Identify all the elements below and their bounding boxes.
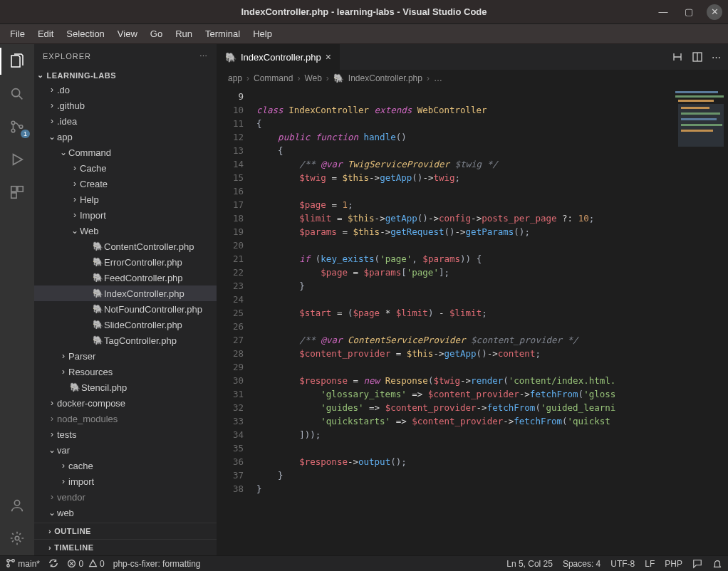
chevron-right-icon: › bbox=[58, 476, 68, 486]
menu-edit[interactable]: Edit bbox=[32, 26, 59, 41]
feedback-icon[interactable] bbox=[692, 559, 702, 569]
svg-point-7 bbox=[14, 501, 19, 505]
git-branch[interactable]: main* bbox=[6, 558, 40, 569]
tree-item[interactable]: ›Resources bbox=[34, 364, 217, 379]
source-control-icon[interactable]: 1 bbox=[7, 117, 27, 137]
menu-help[interactable]: Help bbox=[247, 26, 278, 41]
tree-item[interactable]: 🐘ErrorController.php bbox=[34, 254, 217, 270]
tree-item-label: app bbox=[57, 132, 73, 142]
sync-icon[interactable] bbox=[48, 558, 58, 569]
chevron-down-icon: ⌄ bbox=[47, 132, 57, 142]
chevron-right-icon: › bbox=[47, 116, 57, 126]
chevron-down-icon: ⌄ bbox=[58, 147, 68, 157]
tree-item-label: ContentController.php bbox=[104, 241, 194, 252]
php-file-icon: 🐘 bbox=[91, 288, 104, 298]
cursor-position[interactable]: Ln 5, Col 25 bbox=[506, 559, 553, 569]
maximize-button[interactable]: ▢ bbox=[681, 4, 697, 20]
tree-item[interactable]: ›Import bbox=[34, 207, 217, 223]
sidebar-more-icon[interactable]: ⋯ bbox=[199, 52, 208, 61]
tab-indexcontroller[interactable]: 🐘 IndexController.php × bbox=[217, 44, 340, 70]
notifications-icon[interactable] bbox=[712, 559, 722, 569]
tree-item[interactable]: ⌄var bbox=[34, 442, 217, 458]
formatter-status[interactable]: php-cs-fixer: formatting bbox=[113, 559, 201, 569]
breadcrumb-item[interactable]: app bbox=[228, 73, 242, 83]
tree-item-label: .idea bbox=[57, 116, 77, 127]
menu-file[interactable]: File bbox=[4, 26, 31, 41]
tree-item[interactable]: ›docker-compose bbox=[34, 395, 217, 411]
explorer-icon[interactable] bbox=[7, 51, 27, 71]
tree-item[interactable]: ⌄Command bbox=[34, 145, 217, 160]
tree-item[interactable]: ›Parser bbox=[34, 348, 217, 364]
chevron-right-icon: › bbox=[70, 210, 80, 220]
tree-item[interactable]: 🐘NotFoundController.php bbox=[34, 301, 217, 317]
svg-point-2 bbox=[11, 129, 15, 132]
menu-terminal[interactable]: Terminal bbox=[199, 26, 246, 41]
php-file-icon: 🐘 bbox=[333, 73, 344, 83]
chevron-right-icon: › bbox=[70, 179, 80, 189]
tree-item[interactable]: ›.github bbox=[34, 98, 217, 113]
minimap[interactable] bbox=[671, 87, 728, 555]
minimize-button[interactable]: — bbox=[655, 4, 671, 20]
eol[interactable]: LF bbox=[645, 559, 655, 569]
tree-item[interactable]: ›.idea bbox=[34, 113, 217, 129]
tree-item[interactable]: 🐘TagController.php bbox=[34, 332, 217, 348]
tree-item[interactable]: ⌄app bbox=[34, 129, 217, 145]
menu-go[interactable]: Go bbox=[145, 26, 168, 41]
sidebar-title: EXPLORER bbox=[43, 52, 91, 61]
code-editor[interactable]: class IndexController extends WebControl… bbox=[256, 87, 671, 555]
php-file-icon: 🐘 bbox=[91, 320, 104, 330]
outline-section[interactable]: › OUTLINE bbox=[34, 523, 217, 539]
indentation[interactable]: Spaces: 4 bbox=[563, 559, 600, 569]
php-file-icon: 🐘 bbox=[91, 241, 104, 251]
split-editor-icon[interactable] bbox=[692, 51, 703, 63]
accounts-icon[interactable] bbox=[7, 496, 27, 515]
language-mode[interactable]: PHP bbox=[665, 559, 682, 569]
tree-item[interactable]: 🐘FeedController.php bbox=[34, 270, 217, 286]
breadcrumb-item[interactable]: Web bbox=[304, 73, 321, 83]
sidebar-section-root[interactable]: ⌄ LEARNING-LABS bbox=[34, 68, 217, 82]
menu-view[interactable]: View bbox=[112, 26, 143, 41]
breadcrumb-item[interactable]: Command bbox=[254, 73, 293, 83]
breadcrumb-item[interactable]: … bbox=[434, 73, 442, 83]
tree-item[interactable]: ›.do bbox=[34, 82, 217, 98]
problems[interactable]: 0 0 bbox=[67, 559, 105, 569]
tree-item[interactable]: ›Create bbox=[34, 176, 217, 192]
tree-item[interactable]: 🐘ContentController.php bbox=[34, 239, 217, 254]
tree-item[interactable]: ›import bbox=[34, 473, 217, 489]
extensions-icon[interactable] bbox=[7, 182, 27, 202]
tree-item[interactable]: 🐘Stencil.php bbox=[34, 379, 217, 395]
menu-selection[interactable]: Selection bbox=[61, 26, 110, 41]
tree-item[interactable]: ›Cache bbox=[34, 160, 217, 176]
tree-item[interactable]: ›tests bbox=[34, 426, 217, 442]
breadcrumb-item[interactable]: IndexController.php bbox=[348, 73, 422, 83]
more-actions-icon[interactable]: ⋯ bbox=[712, 52, 721, 63]
close-tab-icon[interactable]: × bbox=[326, 51, 331, 63]
tree-item[interactable]: ›vendor bbox=[34, 489, 217, 505]
tree-item-label: Cache bbox=[80, 163, 107, 174]
tree-item[interactable]: ⌄web bbox=[34, 505, 217, 520]
tree-item-label: Create bbox=[80, 179, 108, 189]
tree-item[interactable]: 🐘SlideController.php bbox=[34, 317, 217, 332]
tree-item[interactable]: ⌄Web bbox=[34, 223, 217, 239]
breadcrumb[interactable]: app›Command›Web›🐘 IndexController.php›… bbox=[217, 70, 728, 87]
search-icon[interactable] bbox=[7, 84, 27, 104]
encoding[interactable]: UTF-8 bbox=[610, 559, 635, 569]
timeline-section[interactable]: › TIMELINE bbox=[34, 539, 217, 555]
tree-item-label: FeedController.php bbox=[104, 273, 183, 283]
tree-item-label: var bbox=[57, 445, 70, 456]
tree-item[interactable]: ›Help bbox=[34, 192, 217, 207]
svg-point-3 bbox=[19, 125, 23, 129]
compare-changes-icon[interactable] bbox=[672, 51, 683, 63]
close-button[interactable]: ✕ bbox=[707, 4, 722, 20]
menu-run[interactable]: Run bbox=[170, 26, 198, 41]
settings-gear-icon[interactable] bbox=[7, 528, 27, 548]
tree-item-label: .do bbox=[57, 85, 70, 95]
chevron-right-icon: › bbox=[70, 194, 80, 204]
tree-item[interactable]: 🐘IndexController.php bbox=[34, 286, 217, 301]
tree-item-label: tests bbox=[57, 429, 76, 440]
run-debug-icon[interactable] bbox=[7, 150, 27, 169]
tree-item-label: Parser bbox=[68, 351, 95, 362]
tree-item[interactable]: ›cache bbox=[34, 458, 217, 473]
tree-item-label: web bbox=[57, 508, 74, 518]
tree-item[interactable]: ›node_modules bbox=[34, 411, 217, 426]
